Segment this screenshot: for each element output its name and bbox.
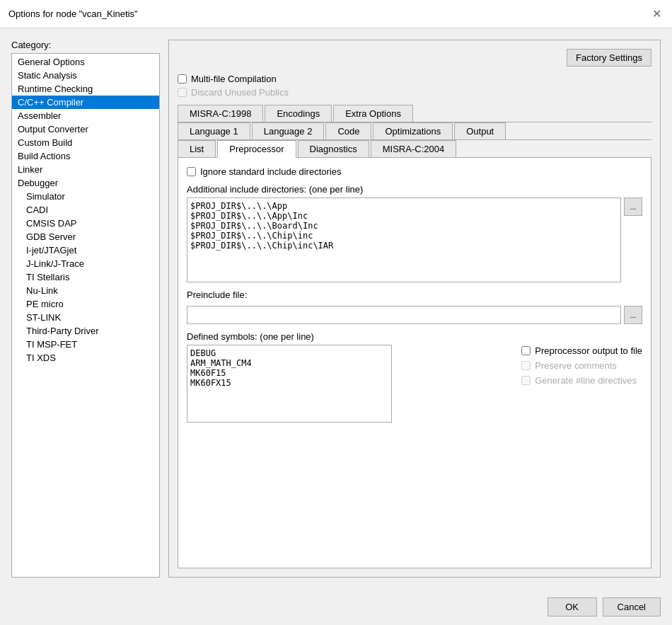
tab[interactable]: Diagnostics: [298, 140, 369, 157]
checkbox-row: Multi-file Compilation Discard Unused Pu…: [178, 74, 651, 98]
ignore-checkbox[interactable]: [187, 167, 196, 176]
tab[interactable]: Optimizations: [373, 122, 453, 139]
sidebar-item[interactable]: ST-LINK: [12, 311, 159, 324]
sidebar-item[interactable]: TI XDS: [12, 351, 159, 365]
sidebar-item[interactable]: CMSIS DAP: [12, 217, 159, 230]
additional-dirs-textarea[interactable]: [187, 197, 621, 282]
sidebar-item[interactable]: Custom Build: [12, 136, 159, 149]
tabs-row1: MISRA-C:1998EncodingsExtra Options: [178, 105, 651, 122]
tab[interactable]: MISRA-C:2004: [371, 140, 456, 157]
sidebar-item[interactable]: Output Converter: [12, 122, 159, 136]
sidebar-item[interactable]: C/C++ Compiler: [12, 96, 159, 109]
generate-line-label: Generate #line directives: [535, 375, 637, 386]
tab[interactable]: MISRA-C:1998: [178, 105, 263, 122]
dirs-dots-button[interactable]: ...: [624, 197, 642, 216]
sidebar-item[interactable]: Linker: [12, 163, 159, 176]
symbols-textarea[interactable]: [187, 345, 392, 423]
preinclude-input-row: ...: [187, 306, 642, 324]
preprocessor-output-label: Preprocessor output to file: [535, 345, 642, 356]
ok-button[interactable]: OK: [548, 597, 597, 617]
tab[interactable]: Output: [454, 122, 506, 139]
discard-label: Discard Unused Publics: [191, 87, 289, 98]
dirs-buttons: ...: [624, 197, 642, 216]
main-panel: Factory Settings Multi-file Compilation …: [168, 40, 661, 578]
symbols-row: [187, 345, 513, 423]
dialog-footer: OK Cancel: [0, 589, 672, 625]
sidebar-item[interactable]: PE micro: [12, 297, 159, 311]
sidebar-item[interactable]: Simulator: [12, 190, 159, 203]
sidebar-item[interactable]: TI MSP-FET: [12, 338, 159, 351]
ignore-label: Ignore standard include directories: [200, 166, 341, 177]
sidebar-item[interactable]: GDB Server: [12, 230, 159, 243]
preprocessor-output-row: Preprocessor output to file: [521, 345, 642, 356]
tab[interactable]: Encodings: [265, 105, 332, 122]
sidebar-item[interactable]: TI Stellaris: [12, 270, 159, 284]
preinclude-dots-button[interactable]: ...: [624, 306, 642, 324]
tab[interactable]: Code: [325, 122, 371, 139]
sidebar-item[interactable]: General Options: [12, 55, 159, 69]
sidebar-item[interactable]: Build Actions: [12, 149, 159, 163]
tab-content: Ignore standard include directories Addi…: [178, 158, 651, 568]
generate-line-row: Generate #line directives: [521, 375, 642, 386]
tab[interactable]: Language 1: [178, 122, 250, 139]
discard-checkbox-row: Discard Unused Publics: [178, 87, 651, 98]
tab[interactable]: List: [178, 140, 216, 157]
sidebar-item[interactable]: Assembler: [12, 109, 159, 122]
window-title: Options for node "vcan_Kinetis": [8, 8, 138, 19]
preserve-comments-checkbox[interactable]: [521, 361, 531, 370]
all-tabs: MISRA-C:1998EncodingsExtra Options Langu…: [178, 105, 651, 158]
additional-dirs-section: Additional include directories: (one per…: [187, 184, 642, 282]
defined-symbols-label: Defined symbols: (one per line): [187, 331, 513, 342]
defined-row: Defined symbols: (one per line) Preproce…: [187, 331, 642, 423]
preserve-comments-row: Preserve comments: [521, 360, 642, 371]
close-button[interactable]: ✕: [649, 7, 664, 21]
sidebar-item[interactable]: Debugger: [12, 176, 159, 190]
tabs-row3: ListPreprocessorDiagnosticsMISRA-C:2004: [178, 140, 651, 158]
tab[interactable]: Extra Options: [333, 105, 413, 122]
multifile-checkbox-row: Multi-file Compilation: [178, 74, 651, 84]
tab[interactable]: Language 2: [252, 122, 325, 139]
preserve-comments-label: Preserve comments: [535, 360, 617, 371]
additional-dirs-row: ...: [187, 197, 642, 282]
sidebar-list: General OptionsStatic AnalysisRuntime Ch…: [11, 53, 160, 578]
top-row: Factory Settings: [178, 49, 651, 67]
preinclude-section: Preinclude file: ...: [187, 289, 642, 324]
tab[interactable]: Preprocessor: [217, 140, 296, 158]
discard-checkbox[interactable]: [178, 88, 187, 97]
sidebar-item[interactable]: I-jet/JTAGjet: [12, 243, 159, 257]
tabs-row2: Language 1Language 2CodeOptimizationsOut…: [178, 122, 651, 140]
defined-right: Preprocessor output to file Preserve com…: [521, 331, 642, 423]
preprocessor-output-checkbox[interactable]: [521, 346, 531, 355]
sidebar-item[interactable]: Runtime Checking: [12, 82, 159, 96]
sidebar-item[interactable]: J-Link/J-Trace: [12, 257, 159, 270]
generate-line-checkbox[interactable]: [521, 376, 531, 385]
defined-left: Defined symbols: (one per line): [187, 331, 513, 423]
preinclude-label: Preinclude file:: [187, 289, 642, 300]
sidebar-item[interactable]: Nu-Link: [12, 284, 159, 297]
ignore-row: Ignore standard include directories: [187, 166, 642, 177]
additional-dirs-label: Additional include directories: (one per…: [187, 184, 642, 195]
tabs-container: MISRA-C:1998EncodingsExtra Options Langu…: [178, 105, 651, 568]
title-bar: Options for node "vcan_Kinetis" ✕: [0, 0, 672, 28]
category-label: Category:: [11, 40, 160, 50]
multifile-label: Multi-file Compilation: [191, 74, 277, 84]
sidebar-item[interactable]: CADI: [12, 203, 159, 217]
factory-settings-button[interactable]: Factory Settings: [567, 49, 651, 67]
preinclude-input[interactable]: [187, 306, 621, 324]
cancel-button[interactable]: Cancel: [603, 597, 661, 617]
multifile-checkbox[interactable]: [178, 74, 187, 84]
sidebar-item[interactable]: Static Analysis: [12, 69, 159, 82]
sidebar-item[interactable]: Third-Party Driver: [12, 324, 159, 338]
sidebar: Category: General OptionsStatic Analysis…: [11, 40, 160, 578]
